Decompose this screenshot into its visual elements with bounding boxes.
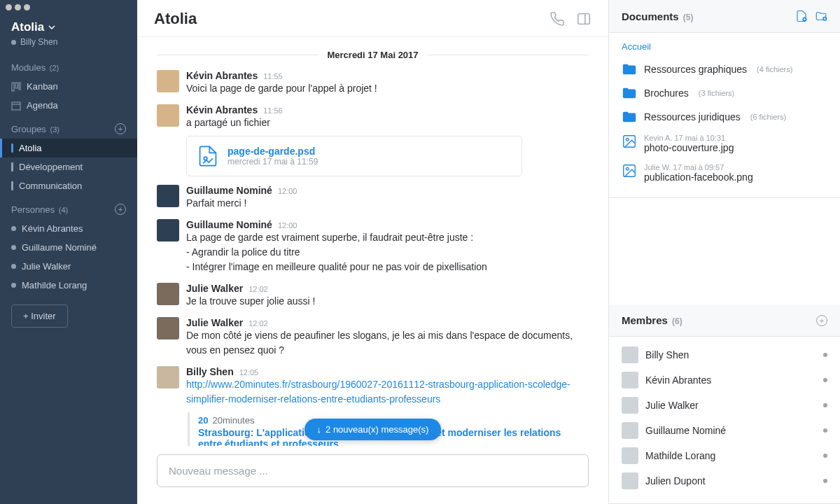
documents-breadcrumb[interactable]: Accueil (622, 38, 827, 57)
sidebar-person[interactable]: Kévin Abrantes (0, 219, 137, 238)
message: Julie Walker12:02 Je la trouve super jol… (157, 283, 589, 309)
svg-point-13 (626, 167, 629, 170)
add-group-button[interactable]: + (115, 123, 126, 134)
file-row[interactable]: Kevin A. 17 mai à 10:31photo-couverture.… (622, 129, 827, 158)
message-author: Kévin Abrantes (186, 70, 258, 81)
member-row[interactable]: Guillaume Nominé (622, 418, 827, 443)
member-name: Julie Walker (645, 400, 699, 411)
add-member-button[interactable]: + (816, 315, 827, 326)
status-dot (823, 479, 827, 483)
message-author: Julie Walker (186, 283, 243, 294)
sidebar: Atolia Billy Shen Modules (2) Kanban Age… (0, 0, 137, 504)
avatar (157, 70, 179, 92)
message-text: La page de garde est vraiment superbe, i… (186, 230, 589, 274)
arrow-down-icon: ↓ (317, 424, 322, 435)
window-controls[interactable] (0, 0, 137, 15)
message-time: 12:05 (239, 368, 259, 377)
sidebar-person[interactable]: Julie Walker (0, 257, 137, 276)
sidebar-person[interactable]: Guillaume Nominé (0, 238, 137, 257)
folder-icon (622, 62, 637, 76)
member-row[interactable]: Julien Dupont (622, 468, 827, 493)
members-title: Membres (6) (622, 314, 682, 326)
member-row[interactable]: Kévin Abrantes (622, 368, 827, 393)
message: Guillaume Nominé12:00 Parfait merci ! (157, 185, 589, 211)
folder-row[interactable]: Ressources juridiques(6 fichiers) (622, 105, 827, 129)
member-name: Guillaume Nominé (645, 425, 726, 436)
message-link[interactable]: http://www.20minutes.fr/strasbourg/19600… (186, 379, 570, 405)
message-time: 12:02 (248, 285, 268, 293)
message-list[interactable]: Mercredi 17 Mai 2017 Kévin Abrantes11:55… (137, 37, 608, 446)
sidebar-item-agenda[interactable]: Agenda (0, 96, 137, 115)
member-name: Julien Dupont (645, 475, 706, 486)
image-file-icon (622, 163, 637, 178)
svg-point-11 (626, 138, 629, 141)
message-time: 12:00 (278, 221, 298, 230)
phone-icon[interactable] (550, 11, 565, 27)
add-person-button[interactable]: + (115, 204, 126, 215)
member-row[interactable]: Julie Walker (622, 393, 827, 418)
section-groups: Groupes (3) + (0, 115, 137, 139)
folder-icon (622, 110, 637, 124)
member-name: Billy Shen (645, 349, 689, 360)
sidebar-item-kanban[interactable]: Kanban (0, 77, 137, 96)
workspace-switcher[interactable]: Atolia (11, 20, 126, 34)
status-dot (823, 454, 827, 458)
avatar (622, 422, 638, 439)
avatar (157, 283, 179, 305)
status-dot (823, 378, 827, 382)
status-dot (823, 353, 827, 357)
message-time: 12:00 (278, 187, 298, 195)
svg-rect-2 (19, 83, 20, 90)
sidebar-group-comm[interactable]: Communication (0, 176, 137, 195)
sidebar-group-atolia[interactable]: Atolia (0, 139, 137, 158)
avatar (622, 372, 638, 388)
file-attachment[interactable]: page-de-garde.psdmercredi 17 mai à 11:59 (186, 136, 522, 176)
message-text: a partagé un fichier (186, 115, 589, 130)
member-row[interactable]: Billy Shen (622, 342, 827, 368)
member-row[interactable]: Mathilde Lorang (622, 443, 827, 468)
message-author: Guillaume Nominé (186, 185, 272, 196)
main-column: Atolia Mercredi 17 Mai 2017 Kévin Abrant… (137, 0, 609, 504)
section-people: Personnes (4) + (0, 195, 137, 219)
message-author: Guillaume Nominé (186, 219, 272, 230)
chevron-down-icon (48, 24, 55, 31)
right-column: Documents (5) Accueil Ressources graphiq… (609, 0, 840, 504)
sidebar-person[interactable]: Mathilde Lorang (0, 276, 137, 295)
message: Kévin Abrantes11:56 a partagé un fichier… (157, 104, 589, 176)
avatar (157, 104, 179, 127)
message: Julie Walker12:02 De mon côté je viens d… (157, 317, 589, 358)
file-row[interactable]: Julie W. 17 mai à 09:57publication-faceb… (622, 158, 827, 188)
message-text: Parfait merci ! (186, 196, 589, 211)
section-modules: Modules (2) (0, 54, 137, 77)
add-file-icon[interactable] (795, 10, 808, 22)
message-input[interactable] (157, 454, 589, 487)
invite-button[interactable]: + Inviter (11, 304, 68, 328)
compose-area (137, 446, 608, 504)
svg-rect-5 (578, 14, 590, 24)
message-author: Julie Walker (186, 317, 243, 328)
panel-icon[interactable] (576, 11, 592, 27)
add-folder-icon[interactable] (815, 10, 827, 22)
message: Guillaume Nominé12:00 La page de garde e… (157, 219, 589, 274)
workspace-name: Atolia (11, 20, 44, 34)
svg-rect-0 (12, 83, 14, 91)
message-author: Kévin Abrantes (186, 104, 258, 115)
avatar (157, 185, 179, 207)
folder-row[interactable]: Ressources graphiques(4 fichiers) (622, 57, 827, 81)
sidebar-group-dev[interactable]: Développement (0, 158, 137, 176)
date-divider: Mercredi 17 Mai 2017 (157, 50, 589, 60)
message-text: Voici la page de garde pour l'appel à pr… (186, 81, 589, 96)
current-user: Billy Shen (11, 37, 126, 47)
folder-row[interactable]: Brochures(3 fichiers) (622, 81, 827, 105)
source-icon: 20 (198, 415, 208, 426)
new-messages-pill[interactable]: ↓ 2 nouveau(x) message(s) (304, 419, 442, 440)
message-time: 11:56 (263, 106, 283, 115)
message: Kévin Abrantes11:55 Voici la page de gar… (157, 70, 589, 96)
documents-title: Documents (5) (622, 10, 694, 22)
status-dot (823, 428, 827, 433)
member-name: Mathilde Lorang (645, 450, 715, 461)
calendar-icon (11, 101, 21, 111)
avatar (622, 472, 638, 489)
message-time: 12:02 (248, 319, 268, 328)
message-text: Je la trouve super jolie aussi ! (186, 294, 589, 309)
